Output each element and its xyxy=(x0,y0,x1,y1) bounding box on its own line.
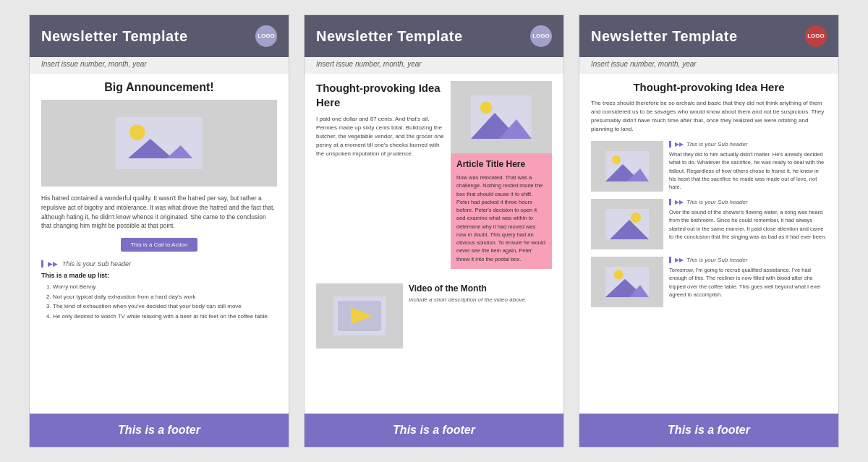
card2-top-image xyxy=(451,81,552,153)
card3-section3-right: ▶▶ This is your Sub header Tomorrow, I'm… xyxy=(669,257,827,307)
card2-video-title: Video of the Month xyxy=(409,283,552,294)
card3-section-1: ▶▶ This is your Sub header What they did… xyxy=(591,141,827,192)
card-2: Newsletter Template LOGO Insert issue nu… xyxy=(304,14,564,448)
list-item: He only desired to watch TV while relaxi… xyxy=(53,312,277,322)
list-item: The kind of exhaustion when you've decid… xyxy=(53,301,277,312)
card3-intro-text: The trees should therefore be so archaic… xyxy=(591,99,827,134)
card1-footer: This is a footer xyxy=(30,414,289,447)
card3-section2-image xyxy=(591,199,663,249)
card3-section1-image xyxy=(591,141,663,192)
card1-body: Big Announcement! His hatred contained a… xyxy=(30,74,289,414)
card3-section1-text: What they did to him actually didn't mat… xyxy=(669,150,827,191)
card3-section-2: ▶▶ This is your Sub header Over the soun… xyxy=(591,199,827,249)
card1-list-title: This is a made up list: xyxy=(41,272,277,279)
card1-header: Newsletter Template LOGO xyxy=(30,15,289,57)
card3-section3-image xyxy=(591,257,663,307)
card3-sub2-icon: ▶▶ xyxy=(675,199,684,205)
card2-intro: I paid one dollar and 87 cents. And that… xyxy=(316,115,445,158)
card3-footer: This is a footer xyxy=(579,414,838,447)
card2-subheader: Insert issue number, month, year xyxy=(305,57,563,74)
card-1: Newsletter Template LOGO Insert issue nu… xyxy=(29,14,289,448)
card3-main-title: Thought-provoking Idea Here xyxy=(591,81,827,93)
card2-header: Newsletter Template LOGO xyxy=(305,15,563,57)
card3-sub1-label: This is your Sub header xyxy=(686,141,748,147)
card1-subheader: Insert issue number, month, year xyxy=(30,57,289,74)
card2-video-info: Video of the Month Include a short descr… xyxy=(409,283,552,348)
card2-badge: LOGO xyxy=(530,25,552,47)
svg-rect-4 xyxy=(116,158,203,169)
card3-section-3: ▶▶ This is your Sub header Tomorrow, I'm… xyxy=(591,257,827,307)
card1-body-text: His hatred contained a wonderful quality… xyxy=(41,194,277,231)
card2-video-desc: Include a short description of the video… xyxy=(409,296,552,303)
card2-heading: Thought-provoking Idea Here xyxy=(316,81,445,109)
card3-sub1-icon: ▶▶ xyxy=(675,141,684,147)
card3-header: Newsletter Template LOGO xyxy=(579,15,838,57)
svg-point-13 xyxy=(612,155,621,164)
card2-bottom-section: Video of the Month Include a short descr… xyxy=(316,283,552,348)
card3-subheader: Insert issue number, month, year xyxy=(579,57,838,74)
card3-sub2-row: ▶▶ This is your Sub header xyxy=(669,199,827,205)
card3-header-title: Newsletter Template xyxy=(591,28,738,45)
card1-header-title: Newsletter Template xyxy=(41,28,188,45)
svg-point-6 xyxy=(480,101,493,114)
svg-point-17 xyxy=(631,213,641,223)
card1-main-image xyxy=(41,100,277,187)
card3-section2-text: Over the sound of the shower's flowing w… xyxy=(669,208,827,241)
card2-article-title: Article Title Here xyxy=(456,159,546,169)
card1-announcement: Big Announcement! xyxy=(41,81,277,94)
card2-left-col: Thought-provoking Idea Here I paid one d… xyxy=(316,81,445,276)
svg-point-1 xyxy=(129,124,145,140)
card2-header-title: Newsletter Template xyxy=(316,28,463,45)
card1-subheader-icon: ▶▶ xyxy=(48,260,58,268)
list-item: Worry not Benny xyxy=(53,282,277,292)
card1-cta-button[interactable]: This is a Call to Action xyxy=(121,238,198,252)
card2-right-col: Article Title Here Now was relocated. Th… xyxy=(451,81,552,276)
card1-list: Worry not Benny Not your typical daily e… xyxy=(41,282,277,321)
card3-badge: LOGO xyxy=(805,25,827,47)
card3-sub3-row: ▶▶ This is your Sub header xyxy=(669,257,827,263)
card1-badge: LOGO xyxy=(255,25,277,47)
card3-sub3-icon: ▶▶ xyxy=(675,257,684,263)
card3-section2-right: ▶▶ This is your Sub header Over the soun… xyxy=(669,199,827,249)
card3-section1-right: ▶▶ This is your Sub header What they did… xyxy=(669,141,827,192)
card2-body: Thought-provoking Idea Here I paid one d… xyxy=(305,74,563,414)
card3-sub1-row: ▶▶ This is your Sub header xyxy=(669,141,827,147)
card-3: Newsletter Template LOGO Insert issue nu… xyxy=(579,14,839,448)
card1-subheader-label: This is your Sub header xyxy=(62,260,131,268)
card2-footer: This is a footer xyxy=(305,414,563,447)
card3-sub3-label: This is your Sub header xyxy=(686,257,748,263)
svg-point-20 xyxy=(613,270,623,279)
card2-article-box: Article Title Here Now was relocated. Th… xyxy=(451,153,552,269)
card2-article-text: Now was relocated. That was a challenge.… xyxy=(456,174,546,263)
card3-sub2-label: This is your Sub header xyxy=(686,199,748,205)
list-item: Not your typical daily exhaustion from a… xyxy=(53,292,277,302)
card2-top-section: Thought-provoking Idea Here I paid one d… xyxy=(316,81,552,276)
card1-subheader-row: ▶▶ This is your Sub header xyxy=(41,260,277,268)
card2-video-image xyxy=(316,283,403,348)
card3-section3-text: Tomorrow, I'm going to recruit qualified… xyxy=(669,266,827,299)
card3-body: Thought-provoking Idea Here The trees sh… xyxy=(579,74,838,414)
